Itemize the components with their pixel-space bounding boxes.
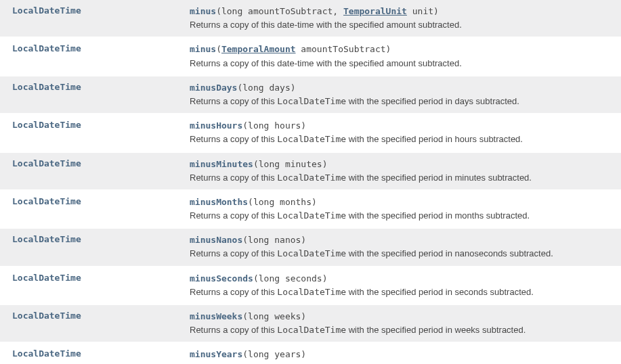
- method-cell: minus(TemporalAmount amountToSubtract) R…: [183, 38, 621, 74]
- method-signature: minusMonths(long months): [190, 196, 614, 208]
- method-row: LocalDateTime minusNanos(long nanos) Ret…: [0, 229, 621, 267]
- method-description: Returns a copy of this LocalDateTime wit…: [190, 248, 614, 260]
- return-type-link[interactable]: LocalDateTime: [12, 158, 81, 168]
- desc-suffix: with the specified period in weeks subtr…: [346, 325, 526, 335]
- return-type-cell: LocalDateTime: [0, 305, 183, 342]
- method-signature: minusMinutes(long minutes): [190, 158, 614, 170]
- sig-prefix: (long amountToSubtract,: [216, 6, 343, 16]
- sig-prefix: (long years): [242, 349, 306, 359]
- method-signature: minus(TemporalAmount amountToSubtract): [190, 43, 614, 55]
- method-description: Returns a copy of this LocalDateTime wit…: [190, 210, 614, 222]
- desc-suffix: with the specified period in hours subtr…: [346, 134, 523, 144]
- sig-suffix: amountToSubtract): [296, 44, 391, 54]
- desc-prefix: Returns a copy of this: [190, 134, 277, 144]
- desc-prefix: Returns a copy of this date-time with th…: [190, 58, 462, 68]
- method-cell: minusDays(long days) Returns a copy of t…: [183, 76, 621, 113]
- return-type-link[interactable]: LocalDateTime: [12, 196, 81, 206]
- method-description: Returns a copy of this date-time with th…: [190, 58, 614, 70]
- method-signature: minusYears(long years): [190, 348, 614, 361]
- desc-code: LocalDateTime: [277, 134, 346, 144]
- method-row: LocalDateTime minusDays(long days) Retur…: [0, 76, 621, 114]
- method-description: Returns a copy of this LocalDateTime wit…: [190, 286, 614, 298]
- sig-suffix: unit): [407, 6, 439, 16]
- desc-prefix: Returns a copy of this: [190, 248, 277, 258]
- desc-code: LocalDateTime: [277, 287, 346, 297]
- desc-prefix: Returns a copy of this: [190, 173, 277, 183]
- method-summary-table: LocalDateTime minus(long amountToSubtrac…: [0, 0, 621, 364]
- return-type-cell: LocalDateTime: [0, 114, 183, 151]
- return-type-cell: LocalDateTime: [0, 191, 183, 227]
- method-name-link[interactable]: minusMonths: [190, 197, 248, 207]
- return-type-link[interactable]: LocalDateTime: [12, 348, 81, 359]
- sig-prefix: (long seconds): [253, 273, 328, 283]
- method-cell: minusYears(long years) Returns a copy of…: [183, 343, 621, 364]
- desc-code: LocalDateTime: [277, 96, 346, 106]
- return-type-link[interactable]: LocalDateTime: [12, 120, 81, 130]
- param-type-link[interactable]: TemporalUnit: [343, 6, 407, 16]
- method-name-link[interactable]: minus: [190, 44, 216, 54]
- return-type-link[interactable]: LocalDateTime: [12, 82, 81, 92]
- return-type-link[interactable]: LocalDateTime: [12, 273, 81, 283]
- return-type-link[interactable]: LocalDateTime: [12, 43, 81, 53]
- method-description: Returns a copy of this date-time with th…: [190, 19, 614, 31]
- method-cell: minusHours(long hours) Returns a copy of…: [183, 114, 621, 151]
- return-type-cell: LocalDateTime: [0, 38, 183, 74]
- sig-prefix: (long weeks): [242, 311, 306, 321]
- method-cell: minusMonths(long months) Returns a copy …: [183, 191, 621, 227]
- sig-prefix: (: [216, 44, 221, 54]
- return-type-cell: LocalDateTime: [0, 153, 183, 189]
- method-row: LocalDateTime minusSeconds(long seconds)…: [0, 267, 621, 305]
- method-signature: minusWeeks(long weeks): [190, 311, 614, 323]
- method-row: LocalDateTime minusMinutes(long minutes)…: [0, 153, 621, 191]
- method-row: LocalDateTime minusWeeks(long weeks) Ret…: [0, 305, 621, 343]
- desc-code: LocalDateTime: [277, 325, 346, 335]
- sig-prefix: (long nanos): [242, 235, 306, 245]
- method-name-link[interactable]: minusNanos: [190, 235, 242, 245]
- desc-prefix: Returns a copy of this: [190, 96, 277, 106]
- method-signature: minus(long amountToSubtract, TemporalUni…: [190, 5, 614, 18]
- return-type-cell: LocalDateTime: [0, 267, 183, 304]
- method-cell: minusMinutes(long minutes) Returns a cop…: [183, 153, 621, 189]
- desc-suffix: with the specified period in months subt…: [346, 210, 530, 221]
- method-name-link[interactable]: minusDays: [190, 83, 237, 93]
- method-signature: minusNanos(long nanos): [190, 234, 614, 246]
- method-signature: minusDays(long days): [190, 82, 614, 94]
- method-cell: minusSeconds(long seconds) Returns a cop…: [183, 267, 621, 304]
- method-name-link[interactable]: minusWeeks: [190, 311, 242, 321]
- return-type-cell: LocalDateTime: [0, 0, 183, 37]
- desc-suffix: with the specified period in seconds sub…: [346, 287, 534, 297]
- method-row: LocalDateTime minus(long amountToSubtrac…: [0, 0, 621, 38]
- method-row: LocalDateTime minusYears(long years) Ret…: [0, 343, 621, 364]
- method-description: Returns a copy of this LocalDateTime wit…: [190, 95, 614, 108]
- return-type-cell: LocalDateTime: [0, 229, 183, 265]
- sig-prefix: (long minutes): [253, 159, 328, 169]
- method-name-link[interactable]: minusYears: [190, 349, 242, 359]
- method-cell: minusNanos(long nanos) Returns a copy of…: [183, 229, 621, 265]
- return-type-cell: LocalDateTime: [0, 343, 183, 364]
- desc-prefix: Returns a copy of this: [190, 210, 277, 221]
- desc-code: LocalDateTime: [277, 248, 346, 258]
- method-name-link[interactable]: minus: [190, 6, 216, 16]
- desc-code: LocalDateTime: [277, 210, 346, 221]
- desc-suffix: with the specified period in nanoseconds…: [346, 248, 553, 258]
- desc-prefix: Returns a copy of this: [190, 287, 277, 297]
- desc-prefix: Returns a copy of this date-time with th…: [190, 20, 462, 30]
- desc-suffix: with the specified period in days subtra…: [346, 96, 519, 106]
- method-row: LocalDateTime minusHours(long hours) Ret…: [0, 114, 621, 152]
- return-type-cell: LocalDateTime: [0, 76, 183, 113]
- param-type-link[interactable]: TemporalAmount: [221, 44, 296, 54]
- method-row: LocalDateTime minusMonths(long months) R…: [0, 191, 621, 229]
- desc-suffix: with the specified period in minutes sub…: [346, 173, 532, 183]
- return-type-link[interactable]: LocalDateTime: [12, 311, 81, 321]
- method-name-link[interactable]: minusHours: [190, 120, 242, 131]
- return-type-link[interactable]: LocalDateTime: [12, 5, 81, 16]
- method-description: Returns a copy of this LocalDateTime wit…: [190, 172, 614, 184]
- method-signature: minusSeconds(long seconds): [190, 273, 614, 285]
- desc-prefix: Returns a copy of this: [190, 325, 277, 335]
- method-name-link[interactable]: minusMinutes: [190, 159, 253, 169]
- method-cell: minusWeeks(long weeks) Returns a copy of…: [183, 305, 621, 342]
- sig-prefix: (long months): [248, 197, 317, 207]
- method-signature: minusHours(long hours): [190, 120, 614, 132]
- method-name-link[interactable]: minusSeconds: [190, 273, 253, 283]
- return-type-link[interactable]: LocalDateTime: [12, 234, 81, 244]
